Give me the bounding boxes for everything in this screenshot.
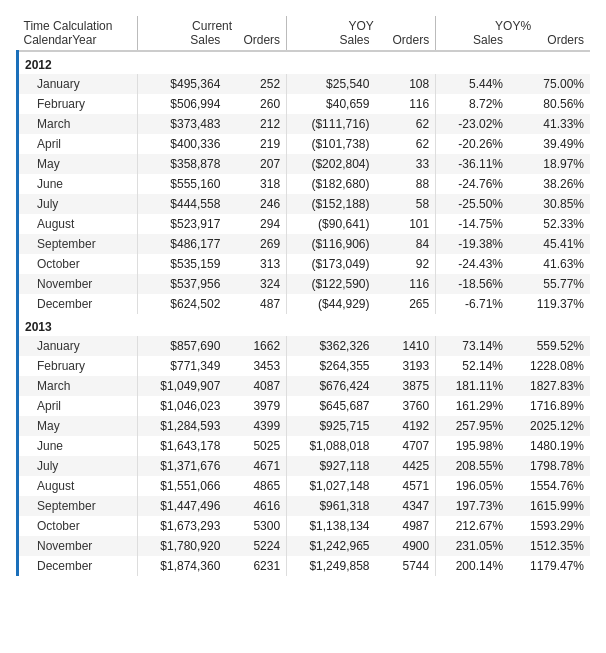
data-cell: 108 [375,74,435,94]
data-cell: $1,138,134 [287,516,376,536]
data-cell: 5224 [226,536,286,556]
table-row: September$486,177269($116,906)84-19.38%4… [18,234,591,254]
data-cell: 116 [375,274,435,294]
data-cell: 246 [226,194,286,214]
data-cell: 212.67% [436,516,509,536]
table-body: 2012January$495,364252$25,5401085.44%75.… [18,51,591,576]
data-cell: 269 [226,234,286,254]
table-row: October$535,159313($173,049)92-24.43%41.… [18,254,591,274]
month-cell: February [18,356,138,376]
col-yoy-orders-label: Orders [375,33,435,51]
table-row: April$1,046,0233979$645,6873760161.29%17… [18,396,591,416]
month-cell: January [18,74,138,94]
month-cell: June [18,174,138,194]
data-cell: 161.29% [436,396,509,416]
data-cell: 4192 [375,416,435,436]
table-row: November$537,956324($122,590)116-18.56%5… [18,274,591,294]
data-cell: 252 [226,74,286,94]
section-header-row: 2012 [18,51,591,74]
main-table-container: Time Calculation Current YOY YOY% Calend… [16,16,590,576]
data-cell: 257.95% [436,416,509,436]
data-cell: $25,540 [287,74,376,94]
data-cell: $1,088,018 [287,436,376,456]
month-cell: December [18,294,138,314]
col-current-label: Current [138,16,287,33]
data-cell: 196.05% [436,476,509,496]
month-cell: June [18,436,138,456]
data-cell: 3979 [226,396,286,416]
col-yoy-sales-label: Sales [287,33,376,51]
month-cell: December [18,556,138,576]
data-cell: ($152,188) [287,194,376,214]
data-cell: 45.41% [509,234,590,254]
month-cell: July [18,194,138,214]
data-cell: $1,673,293 [138,516,227,536]
data-cell: 200.14% [436,556,509,576]
data-cell: $1,447,496 [138,496,227,516]
data-cell: 313 [226,254,286,274]
col-yoypct-orders-label: Orders [509,33,590,51]
table-row: August$523,917294($90,641)101-14.75%52.3… [18,214,591,234]
month-cell: September [18,496,138,516]
data-cell: 52.14% [436,356,509,376]
month-cell: March [18,376,138,396]
data-cell: -18.56% [436,274,509,294]
month-cell: November [18,536,138,556]
data-cell: 197.73% [436,496,509,516]
data-cell: $771,349 [138,356,227,376]
table-row: June$555,160318($182,680)88-24.76%38.26% [18,174,591,194]
month-cell: March [18,114,138,134]
data-cell: 41.33% [509,114,590,134]
data-cell: $537,956 [138,274,227,294]
data-cell: ($90,641) [287,214,376,234]
data-cell: 2025.12% [509,416,590,436]
data-cell: 84 [375,234,435,254]
data-cell: ($116,906) [287,234,376,254]
table-row: January$857,6901662$362,326141073.14%559… [18,336,591,356]
data-cell: 39.49% [509,134,590,154]
table-row: November$1,780,9205224$1,242,9654900231.… [18,536,591,556]
data-cell: ($44,929) [287,294,376,314]
data-cell: 4707 [375,436,435,456]
table-row: July$1,371,6764671$927,1184425208.55%179… [18,456,591,476]
data-cell: $358,878 [138,154,227,174]
data-cell: 4616 [226,496,286,516]
data-cell: -14.75% [436,214,509,234]
data-cell: $645,687 [287,396,376,416]
data-cell: ($111,716) [287,114,376,134]
data-cell: $373,483 [138,114,227,134]
data-cell: 5300 [226,516,286,536]
table-row: December$1,874,3606231$1,249,8585744200.… [18,556,591,576]
data-cell: 4671 [226,456,286,476]
data-cell: -19.38% [436,234,509,254]
data-cell: $1,551,066 [138,476,227,496]
data-cell: 219 [226,134,286,154]
data-cell: $676,424 [287,376,376,396]
month-cell: August [18,476,138,496]
month-cell: April [18,396,138,416]
data-cell: 1615.99% [509,496,590,516]
data-cell: 4571 [375,476,435,496]
data-cell: 1228.08% [509,356,590,376]
data-cell: -6.71% [436,294,509,314]
data-cell: $264,355 [287,356,376,376]
table-row: April$400,336219($101,738)62-20.26%39.49… [18,134,591,154]
data-cell: 3760 [375,396,435,416]
data-cell: 1554.76% [509,476,590,496]
data-cell: -25.50% [436,194,509,214]
table-row: December$624,502487($44,929)265-6.71%119… [18,294,591,314]
data-cell: ($122,590) [287,274,376,294]
data-cell: 58 [375,194,435,214]
data-cell: $1,643,178 [138,436,227,456]
data-cell: $1,049,907 [138,376,227,396]
data-cell: 207 [226,154,286,174]
data-cell: $555,160 [138,174,227,194]
month-cell: May [18,416,138,436]
table-row: June$1,643,1785025$1,088,0184707195.98%1… [18,436,591,456]
month-cell: October [18,516,138,536]
header-row-2: CalendarYear Sales Orders Sales Orders S… [18,33,591,51]
data-cell: 3875 [375,376,435,396]
table-row: September$1,447,4964616$961,3184347197.7… [18,496,591,516]
month-cell: September [18,234,138,254]
data-cell: 195.98% [436,436,509,456]
